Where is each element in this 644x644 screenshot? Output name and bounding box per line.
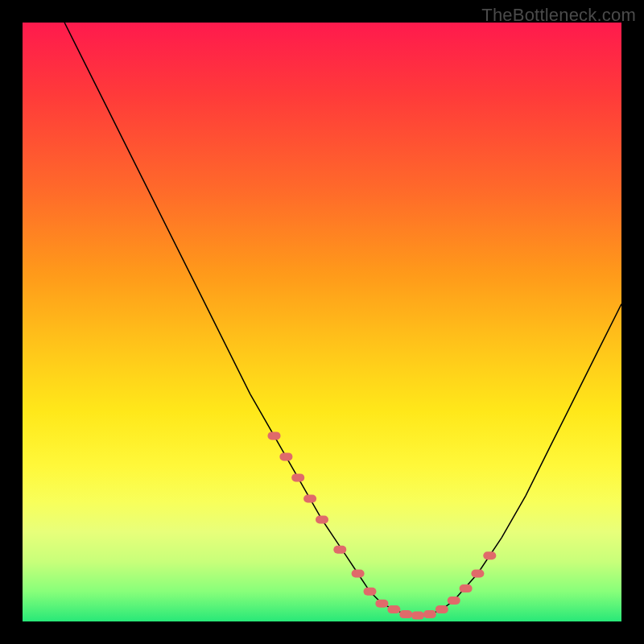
curve-group: [64, 23, 621, 616]
highlight-point: [411, 612, 424, 620]
highlight-point: [483, 551, 496, 559]
highlight-point: [279, 452, 292, 460]
chart-frame: TheBottleneck.com: [0, 0, 644, 644]
highlight-point: [352, 570, 365, 578]
highlight-point: [448, 597, 460, 605]
chart-svg: [23, 23, 621, 621]
highlight-point: [387, 605, 400, 613]
highlight-point: [333, 546, 346, 554]
highlight-point: [436, 605, 448, 613]
highlight-point: [423, 610, 436, 618]
highlight-point: [303, 495, 316, 503]
highlight-point: [460, 584, 473, 592]
highlight-point: [268, 431, 281, 440]
watermark-text: TheBottleneck.com: [481, 5, 636, 26]
highlight-point: [291, 473, 304, 481]
highlight-points-group: [268, 431, 497, 619]
highlight-point: [316, 516, 328, 524]
chart-plot-area: [23, 23, 621, 621]
highlight-point: [471, 570, 484, 578]
highlight-point: [399, 610, 412, 618]
highlight-point: [364, 588, 377, 596]
bottleneck-curve-path: [64, 23, 621, 616]
highlight-point: [375, 600, 388, 608]
